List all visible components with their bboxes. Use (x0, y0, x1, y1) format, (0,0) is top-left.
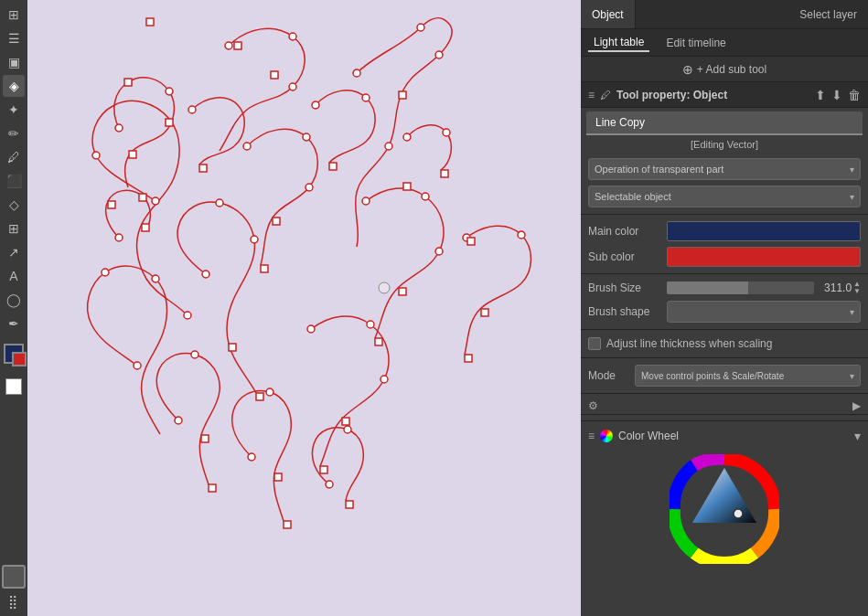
svg-point-39 (92, 152, 100, 159)
edit-timeline-label: Edit timeline (666, 37, 725, 49)
adjust-line-label: Adjust line thickness when scaling (606, 337, 772, 350)
spin-down[interactable]: ▼ (853, 288, 861, 295)
svg-rect-48 (399, 288, 406, 295)
svg-point-9 (362, 197, 370, 205)
dropdown-arrow-mode: ▾ (850, 371, 854, 381)
tool-paint[interactable]: ◈ (3, 75, 25, 97)
header-actions: ⬆ ⬇ 🗑 (815, 88, 861, 102)
svg-point-18 (307, 325, 315, 333)
brush-shape-label: Brush shape (588, 305, 661, 318)
svg-point-26 (188, 106, 196, 113)
tool-camera[interactable]: ▣ (3, 51, 25, 73)
svg-rect-63 (329, 163, 337, 170)
tool-grid[interactable]: ⊞ (3, 218, 25, 239)
svg-point-27 (312, 101, 319, 109)
svg-point-19 (367, 321, 374, 328)
export-icon[interactable]: ⬆ (815, 88, 826, 102)
expand-icon[interactable]: ▶ (852, 399, 861, 412)
top-tabs: Object Select layer (581, 0, 868, 29)
active-color-indicator[interactable] (2, 565, 26, 589)
transparent-swatch[interactable] (5, 378, 22, 395)
svg-rect-62 (199, 165, 207, 172)
sub-color-label: Sub color (588, 250, 661, 263)
tool-fill[interactable]: ⬛ (3, 170, 25, 192)
brush-size-slider[interactable] (667, 281, 814, 294)
adjust-line-checkbox[interactable] (588, 337, 601, 350)
color-wheel-expand-icon[interactable]: ▾ (854, 429, 861, 443)
settings-icon[interactable]: ⚙ (588, 399, 598, 412)
line-copy-tab[interactable]: Line Copy (586, 112, 863, 135)
canvas-area: ⊞ ☰ ▣ ◈ ✦ ✏ 🖊 ⬛ ◇ ⊞ ↗ A ◯ ✒ ⣿ (0, 0, 581, 616)
svg-point-29 (175, 417, 182, 424)
import-icon[interactable]: ⬇ (831, 88, 842, 102)
tab-edit-timeline[interactable]: Edit timeline (660, 35, 731, 51)
trash-icon[interactable]: 🗑 (848, 88, 861, 102)
tool-text[interactable]: A (3, 265, 25, 287)
svg-rect-54 (209, 484, 216, 492)
svg-rect-60 (256, 393, 263, 400)
dropdown-arrow-selectable: ▾ (850, 192, 854, 202)
color-wheel-svg[interactable] (670, 454, 779, 564)
main-color-swatch[interactable] (4, 344, 24, 364)
svg-point-30 (191, 351, 198, 358)
pattern-icon[interactable]: ⣿ (2, 590, 24, 612)
tool-property-header: ≡ 🖊 Tool property: Object ⬆ ⬇ 🗑 (581, 82, 868, 108)
mode-value: Move control points & Scale/Rotate (641, 371, 784, 381)
svg-rect-49 (467, 238, 475, 245)
svg-point-1 (417, 24, 424, 31)
tool-ellipse[interactable]: ◯ (3, 289, 25, 311)
svg-point-32 (266, 388, 273, 396)
tool-add[interactable]: ✦ (3, 99, 25, 121)
svg-point-7 (115, 124, 123, 132)
operation-dropdown[interactable]: Operation of transparent part ▾ (588, 158, 861, 180)
sub-color-swatch[interactable] (12, 352, 27, 366)
svg-rect-44 (129, 151, 136, 158)
svg-rect-51 (342, 418, 349, 425)
svg-point-28 (362, 94, 370, 101)
tool-move[interactable]: ↗ (3, 241, 25, 263)
selectable-dropdown[interactable]: Selectable object ▾ (588, 186, 861, 207)
tool-layers[interactable]: ☰ (3, 27, 25, 49)
mode-dropdown[interactable]: Move control points & Scale/Rotate ▾ (635, 365, 861, 387)
svg-rect-53 (201, 435, 209, 442)
svg-point-8 (166, 88, 173, 95)
add-sub-tool-label: + Add sub tool (697, 63, 766, 76)
editing-vector-label: [Editing Vector] (581, 135, 868, 155)
svg-point-25 (305, 184, 313, 191)
mode-label: Mode (588, 369, 629, 382)
svg-rect-61 (284, 521, 291, 528)
main-color-label: Main color (588, 225, 661, 238)
tool-pen[interactable]: ✏ (3, 122, 25, 144)
main-color-swatch[interactable] (667, 221, 861, 241)
tab-light-table[interactable]: Light table (588, 34, 649, 52)
svg-rect-70 (441, 170, 448, 177)
line-copy-label: Line Copy (595, 116, 645, 129)
svg-rect-65 (261, 265, 268, 272)
tab-select-layer[interactable]: Select layer (788, 0, 868, 28)
svg-point-71 (379, 282, 390, 293)
add-sub-tool-button[interactable]: ⊕ + Add sub tool (581, 57, 868, 82)
tool-shape[interactable]: ◇ (3, 194, 25, 216)
brush-size-value-wrap: 311.0 ▲ ▼ (820, 281, 861, 295)
sub-color-swatch[interactable] (667, 247, 861, 267)
brush-size-spinner[interactable]: ▲ ▼ (853, 281, 861, 295)
divider-2 (581, 273, 868, 274)
svg-point-11 (435, 248, 443, 255)
svg-point-15 (202, 271, 209, 278)
tab-select-layer-label: Select layer (799, 8, 857, 21)
svg-rect-69 (108, 201, 115, 208)
tool-vector[interactable]: ✒ (3, 313, 25, 335)
svg-rect-42 (271, 71, 278, 79)
tool-select[interactable]: ⊞ (3, 4, 25, 26)
svg-point-16 (216, 199, 223, 207)
svg-point-74 (734, 509, 743, 518)
svg-rect-52 (320, 466, 327, 473)
svg-marker-73 (692, 468, 756, 523)
tab-object[interactable]: Object (581, 0, 636, 28)
brush-shape-dropdown[interactable]: ▾ (667, 301, 861, 323)
svg-point-10 (422, 193, 429, 200)
brush-size-row: Brush Size 311.0 ▲ ▼ (581, 278, 868, 298)
svg-rect-66 (375, 338, 382, 345)
adjust-line-row: Adjust line thickness when scaling (581, 334, 868, 354)
tool-brush[interactable]: 🖊 (3, 146, 25, 168)
